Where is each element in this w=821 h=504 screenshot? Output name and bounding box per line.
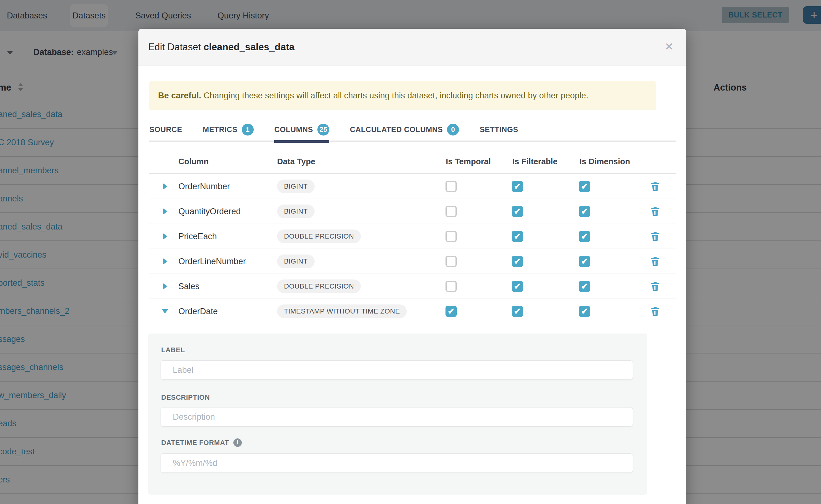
delete-column-button[interactable]	[650, 306, 661, 317]
tab-label: SETTINGS	[480, 125, 518, 134]
delete-column-button[interactable]	[650, 281, 661, 292]
dimension-checkbox[interactable]: ✔	[579, 231, 590, 242]
expand-caret-icon[interactable]	[163, 208, 167, 215]
column-name: OrderDate	[178, 307, 218, 316]
column-name: OrderLineNumber	[178, 257, 246, 266]
tab-columns[interactable]: COLUMNS25	[274, 119, 329, 141]
column-header-is-temporal: Is Temporal	[446, 156, 491, 166]
column-header-data-type: Data Type	[277, 156, 315, 166]
column-row-quantityordered: QuantityOrderedBIGINT✔✔	[149, 199, 676, 224]
datetime-format-input[interactable]	[161, 453, 633, 473]
active-tab-underline	[274, 140, 329, 143]
trash-icon	[650, 206, 661, 217]
data-type-pill: BIGINT	[277, 205, 314, 218]
column-detail-panel: LABEL DESCRIPTION DATETIME FORMAT i	[148, 334, 647, 495]
count-badge: 0	[447, 124, 459, 136]
modal-title: Edit Dataset cleaned_sales_data	[148, 29, 294, 66]
modal-tabs: SOURCEMETRICS1COLUMNS25CALCULATED COLUMN…	[149, 119, 676, 142]
data-type-pill: BIGINT	[277, 180, 314, 193]
columns-table-header: ColumnData TypeIs TemporalIs FilterableI…	[149, 150, 676, 173]
expand-caret-icon[interactable]	[163, 283, 167, 289]
delete-column-button[interactable]	[650, 181, 661, 192]
modal-header: Edit Dataset cleaned_sales_data ✕	[138, 29, 686, 66]
dimension-checkbox[interactable]: ✔	[579, 281, 590, 292]
tab-label: COLUMNS	[274, 125, 313, 134]
filterable-checkbox[interactable]: ✔	[512, 256, 523, 267]
temporal-checkbox[interactable]	[446, 256, 457, 267]
trash-icon	[650, 306, 661, 317]
filterable-checkbox[interactable]: ✔	[512, 181, 523, 192]
tab-label: METRICS	[203, 125, 237, 134]
trash-icon	[650, 281, 661, 292]
trash-icon	[650, 231, 661, 242]
column-header-column: Column	[178, 156, 209, 166]
column-row-sales: SalesDOUBLE PRECISION✔✔	[149, 274, 676, 299]
description-field-label: DESCRIPTION	[161, 393, 210, 402]
tab-label: CALCULATED COLUMNS	[350, 125, 443, 134]
column-name: PriceEach	[178, 232, 217, 241]
label-input[interactable]	[161, 360, 633, 380]
temporal-checkbox[interactable]	[446, 206, 457, 217]
column-name: OrderNumber	[178, 182, 230, 191]
dimension-checkbox[interactable]: ✔	[579, 256, 590, 267]
count-badge: 25	[317, 124, 329, 136]
data-type-pill: TIMESTAMP WITHOUT TIME ZONE	[277, 304, 407, 318]
delete-column-button[interactable]	[650, 231, 661, 242]
tab-metrics[interactable]: METRICS1	[203, 119, 254, 141]
count-badge: 1	[242, 124, 254, 136]
temporal-checkbox[interactable]	[446, 281, 457, 292]
delete-column-button[interactable]	[650, 206, 661, 217]
column-name: Sales	[178, 282, 200, 291]
filterable-checkbox[interactable]: ✔	[512, 281, 523, 292]
expand-caret-icon[interactable]	[163, 183, 167, 190]
temporal-checkbox[interactable]	[446, 231, 457, 242]
trash-icon	[650, 256, 661, 267]
temporal-checkbox[interactable]: ✔	[446, 306, 457, 317]
edit-dataset-modal: Edit Dataset cleaned_sales_data ✕ Be car…	[138, 29, 686, 504]
column-row-orderlinenumber: OrderLineNumberBIGINT✔✔	[149, 249, 676, 274]
description-input[interactable]	[161, 407, 633, 427]
label-field-label: LABEL	[161, 346, 185, 354]
filterable-checkbox[interactable]: ✔	[512, 306, 523, 317]
column-row-orderdate: OrderDateTIMESTAMP WITHOUT TIME ZONE✔✔✔	[149, 299, 676, 324]
column-row-ordernumber: OrderNumberBIGINT✔✔	[149, 174, 676, 199]
column-row-priceeach: PriceEachDOUBLE PRECISION✔✔	[149, 224, 676, 249]
dimension-checkbox[interactable]: ✔	[579, 206, 590, 217]
tab-calculated-columns[interactable]: CALCULATED COLUMNS0	[350, 119, 459, 141]
column-header-is-filterable: Is Filterable	[512, 156, 558, 166]
tab-source[interactable]: SOURCE	[149, 119, 182, 141]
column-header-is-dimension: Is Dimension	[580, 156, 630, 166]
trash-icon	[650, 181, 661, 192]
data-type-pill: DOUBLE PRECISION	[277, 279, 361, 293]
data-type-pill: BIGINT	[277, 254, 314, 268]
delete-column-button[interactable]	[650, 256, 661, 267]
data-type-pill: DOUBLE PRECISION	[277, 230, 361, 243]
temporal-checkbox[interactable]	[446, 181, 457, 192]
dimension-checkbox[interactable]: ✔	[579, 306, 590, 317]
expand-caret-icon[interactable]	[163, 258, 167, 264]
datetime-format-field-label: DATETIME FORMAT	[161, 439, 229, 447]
warning-banner: Be careful. Changing these settings will…	[149, 81, 656, 110]
tab-settings[interactable]: SETTINGS	[480, 119, 518, 141]
filterable-checkbox[interactable]: ✔	[512, 231, 523, 242]
filterable-checkbox[interactable]: ✔	[512, 206, 523, 217]
tab-label: SOURCE	[149, 125, 182, 134]
dimension-checkbox[interactable]: ✔	[579, 181, 590, 192]
expand-caret-icon[interactable]	[163, 233, 167, 240]
columns-table: OrderNumberBIGINT✔✔QuantityOrderedBIGINT…	[149, 174, 676, 324]
close-icon[interactable]: ✕	[665, 29, 674, 66]
modal-title-dataset: cleaned_sales_data	[203, 42, 294, 52]
column-name: QuantityOrdered	[178, 207, 241, 216]
info-icon[interactable]: i	[233, 438, 242, 447]
collapse-caret-icon[interactable]	[162, 309, 168, 314]
